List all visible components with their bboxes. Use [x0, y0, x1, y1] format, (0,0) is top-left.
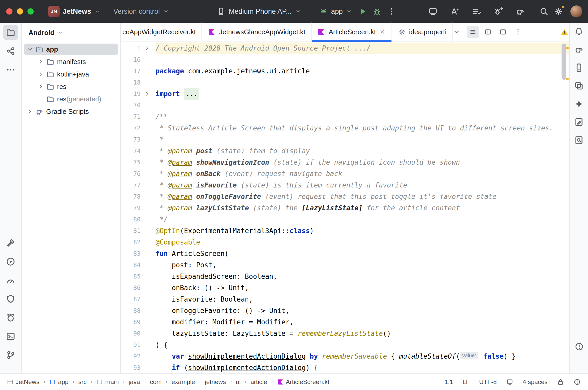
breadcrumb-item[interactable]: jetnews [205, 378, 226, 386]
app-quality-insights-button[interactable] [3, 291, 18, 307]
commit-button[interactable] [3, 44, 18, 59]
chevron-right-icon[interactable] [37, 83, 44, 90]
line-number[interactable]: 76 [121, 168, 141, 179]
run-button[interactable] [355, 4, 370, 19]
line-number[interactable]: 73 [121, 134, 141, 145]
hidden-tabs-icon[interactable] [453, 28, 460, 36]
code-line[interactable]: 83fun ArticleScreen( [121, 248, 569, 259]
line-number[interactable]: 90 [121, 328, 141, 339]
tree-item-kotlin-java[interactable]: kotlin+java [22, 68, 120, 80]
editor-more-button[interactable] [512, 26, 524, 38]
line-number[interactable]: 72 [121, 122, 141, 134]
code-line[interactable]: 19import ... [121, 88, 569, 100]
breadcrumb-item[interactable]: ArticleScreen.kt [277, 378, 329, 386]
line-number[interactable]: 82 [121, 236, 141, 248]
breadcrumb-item[interactable]: java [129, 378, 140, 386]
line-number[interactable]: 87 [121, 294, 141, 305]
line-number[interactable]: 84 [121, 259, 141, 271]
code-line[interactable]: 80 */ [121, 214, 569, 225]
line-number[interactable]: 91 [121, 339, 141, 351]
code-line[interactable]: 85 isExpandedScreen: Boolean, [121, 271, 569, 282]
code-line[interactable]: 75 * @param showNavigationIcon (state) i… [121, 157, 569, 168]
bug-report-button[interactable] [493, 6, 504, 17]
line-number[interactable]: 19 [121, 88, 141, 100]
version-control-button[interactable] [3, 347, 18, 363]
line-number[interactable]: 89 [121, 316, 141, 328]
close-icon[interactable] [379, 29, 386, 35]
warning-stripe-mark[interactable] [566, 78, 569, 80]
code-line[interactable]: 71/** [121, 111, 569, 122]
avatar[interactable] [570, 5, 582, 17]
code-line[interactable]: 16 [121, 54, 569, 65]
breadcrumb-item[interactable]: ui [236, 378, 241, 386]
line-number[interactable]: 83 [121, 248, 141, 259]
line-number[interactable]: 16 [121, 54, 141, 65]
line-number[interactable]: 78 [121, 191, 141, 202]
run-tool-button[interactable] [3, 254, 18, 269]
chevron-right-icon[interactable] [37, 71, 44, 78]
project-view-selector[interactable]: Android [22, 26, 120, 39]
read-only-toggle[interactable] [557, 378, 564, 386]
more-tool-windows-button[interactable] [3, 62, 18, 77]
code-line[interactable]: 74 * @param post (state) item to display [121, 145, 569, 157]
code-line[interactable]: 79 * @param lazyListState (state) the [L… [121, 202, 569, 214]
chevron-right-icon[interactable] [26, 108, 33, 115]
line-number[interactable]: 17 [121, 65, 141, 77]
tree-item-res[interactable]: res (generated) [22, 93, 120, 105]
line-number[interactable]: 79 [121, 202, 141, 214]
split-editor-button[interactable] [482, 26, 494, 38]
line-number[interactable]: 71 [121, 111, 141, 122]
warning-stripe-mark[interactable] [566, 47, 569, 49]
line-number[interactable]: 81 [121, 225, 141, 236]
close-window-button[interactable] [6, 8, 12, 15]
breadcrumb-item[interactable]: app [49, 378, 68, 386]
tab-jetnewsglanceappwidget-kt[interactable]: JetnewsGlanceAppWidget.kt [202, 23, 311, 41]
code-editor[interactable]: 1/ Copyright 2020 The Android Open Sourc… [121, 41, 569, 373]
notifications-button[interactable] [572, 24, 586, 38]
tab-idea-properti[interactable]: idea.properti [392, 23, 453, 41]
tree-item-res[interactable]: res [22, 80, 120, 93]
tab-articlescreen-kt[interactable]: ArticleScreen.kt [312, 23, 392, 41]
code-line[interactable]: 70 [121, 100, 569, 111]
preview-layout-button[interactable] [497, 26, 509, 38]
breadcrumb-item[interactable]: article [250, 378, 267, 386]
code-line[interactable]: 76 * @param onBack (event) request navig… [121, 168, 569, 179]
code-line[interactable]: 81@OptIn(ExperimentalMaterial3Api::class… [121, 225, 569, 236]
logcat-button[interactable] [3, 310, 18, 325]
debug-button[interactable] [370, 4, 384, 19]
file-encoding[interactable]: UTF-8 [479, 378, 497, 386]
profiler-button[interactable] [3, 273, 18, 288]
task-list-button[interactable] [471, 6, 482, 17]
code-line[interactable]: 1/ Copyright 2020 The Android Open Sourc… [121, 43, 569, 54]
line-number[interactable]: 18 [121, 77, 141, 88]
line-number[interactable]: 80 [121, 214, 141, 225]
breadcrumb-item[interactable]: example [171, 378, 195, 386]
resource-manager-button[interactable] [572, 79, 586, 93]
line-number[interactable]: 86 [121, 282, 141, 294]
studio-bot-button[interactable] [449, 6, 460, 17]
search-everywhere-button[interactable] [537, 4, 551, 19]
chevron-down-icon[interactable] [26, 46, 33, 53]
line-number[interactable]: 93 [121, 362, 141, 373]
code-line[interactable]: 72 * Stateless Article Screen that displ… [121, 122, 569, 134]
line-number[interactable]: 70 [121, 100, 141, 111]
code-line[interactable]: 73 * [121, 134, 569, 145]
tree-item-app[interactable]: app [22, 43, 120, 55]
line-number[interactable]: 88 [121, 305, 141, 316]
fold-indicator-icon[interactable] [141, 91, 153, 97]
tree-item-gradle-scripts[interactable]: Gradle Scripts [22, 105, 120, 118]
line-number[interactable]: 92 [121, 351, 141, 362]
more-run-actions-button[interactable] [384, 4, 399, 19]
code-line[interactable]: 78 * @param onToggleFavorite (event) req… [121, 191, 569, 202]
code-line[interactable]: 91) { [121, 339, 569, 351]
vcs-widget[interactable]: Version control [110, 5, 172, 18]
code-line[interactable]: 84 post: Post, [121, 259, 569, 271]
problems-indicator[interactable] [573, 378, 581, 386]
code-line[interactable]: 89 modifier: Modifier = Modifier, [121, 316, 569, 328]
app-inspection-button[interactable] [572, 133, 586, 147]
device-manager-button[interactable] [572, 61, 586, 75]
caret-position[interactable]: 1:1 [445, 378, 453, 386]
device-selector[interactable]: Medium Phone AP... [214, 4, 304, 18]
line-number[interactable]: 75 [121, 157, 141, 168]
code-line[interactable]: 88 onToggleFavorite: () -> Unit, [121, 305, 569, 316]
